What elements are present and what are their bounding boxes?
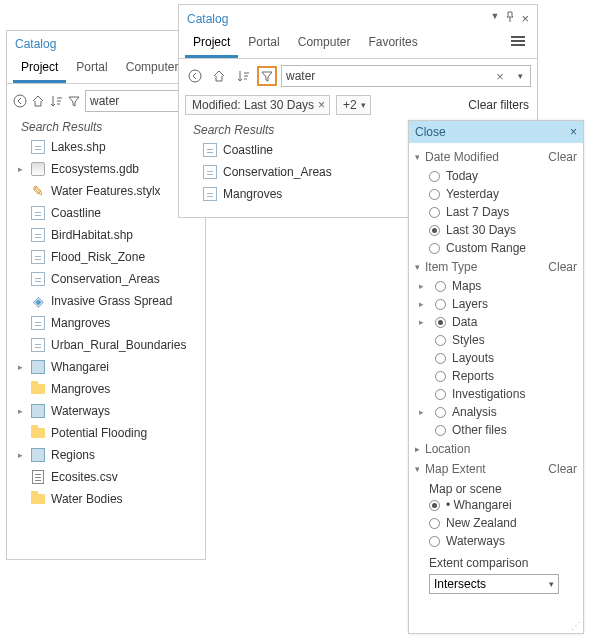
result-item[interactable]: Ecosites.csv: [13, 466, 199, 488]
type-option[interactable]: ▸Data: [415, 313, 577, 331]
result-item[interactable]: Lakes.shp: [13, 136, 199, 158]
result-item[interactable]: Urban_Rural_Boundaries: [13, 334, 199, 356]
result-item[interactable]: Mangroves: [13, 378, 199, 400]
result-item[interactable]: ✎Water Features.stylx: [13, 180, 199, 202]
result-item[interactable]: ▸Waterways: [13, 400, 199, 422]
search-dropdown-icon[interactable]: ▾: [510, 66, 530, 86]
date-option[interactable]: Yesterday: [415, 185, 577, 203]
extent-comparison-select[interactable]: Intersects ▾: [429, 574, 559, 594]
section-map-extent[interactable]: ▾ Map Extent Clear: [415, 459, 577, 479]
resize-grip-icon[interactable]: ⋰: [571, 620, 581, 631]
type-option[interactable]: ▸Analysis: [415, 403, 577, 421]
back-icon[interactable]: [13, 91, 27, 111]
item-icon: [29, 271, 47, 287]
search-input[interactable]: [282, 69, 490, 83]
home-icon[interactable]: [209, 66, 229, 86]
type-option[interactable]: Layouts: [415, 349, 577, 367]
menu-icon[interactable]: [511, 30, 531, 58]
tab-computer[interactable]: Computer: [290, 30, 359, 58]
radio-icon: [435, 317, 446, 328]
extent-option[interactable]: • Whangarei: [415, 496, 577, 514]
tab-project[interactable]: Project: [185, 30, 238, 58]
close-label[interactable]: Close: [415, 125, 446, 139]
expand-icon[interactable]: ▸: [15, 164, 25, 174]
chevron-down-icon: ▾: [415, 262, 425, 272]
result-item[interactable]: ◈Invasive Grass Spread: [13, 290, 199, 312]
close-icon[interactable]: ×: [570, 125, 577, 139]
item-icon: [201, 186, 219, 202]
date-option[interactable]: Last 7 Days: [415, 203, 577, 221]
option-label: Maps: [452, 279, 481, 293]
result-item[interactable]: ▸Whangarei: [13, 356, 199, 378]
tab-favorites[interactable]: Favorites: [360, 30, 425, 58]
item-icon: [29, 249, 47, 265]
svg-point-1: [189, 70, 201, 82]
clear-link[interactable]: Clear: [548, 462, 577, 476]
result-item[interactable]: ▸Regions: [13, 444, 199, 466]
pin-icon[interactable]: [505, 11, 515, 26]
item-label: Ecosystems.gdb: [51, 162, 139, 176]
item-icon: [29, 425, 47, 441]
result-item[interactable]: Conservation_Areas: [13, 268, 199, 290]
chevron-right-icon: ▸: [419, 317, 429, 327]
section-date-modified[interactable]: ▾ Date Modified Clear: [415, 147, 577, 167]
type-option[interactable]: ▸Maps: [415, 277, 577, 295]
expand-icon[interactable]: ▸: [15, 450, 25, 460]
expand-icon[interactable]: ▸: [15, 406, 25, 416]
extent-option[interactable]: New Zealand: [415, 514, 577, 532]
map-scene-label: Map or scene: [415, 479, 577, 496]
section-item-type[interactable]: ▾ Item Type Clear: [415, 257, 577, 277]
expand-icon[interactable]: ▸: [15, 362, 25, 372]
select-value: Intersects: [434, 577, 486, 591]
chevron-down-icon: ▾: [549, 579, 554, 589]
item-icon: ◈: [29, 293, 47, 309]
date-option[interactable]: Today: [415, 167, 577, 185]
radio-icon: [435, 407, 446, 418]
filter-icon[interactable]: [257, 66, 277, 86]
type-option[interactable]: Reports: [415, 367, 577, 385]
result-item[interactable]: Flood_Risk_Zone: [13, 246, 199, 268]
extent-options: • WhangareiNew ZealandWaterways: [415, 496, 577, 550]
extent-option[interactable]: Waterways: [415, 532, 577, 550]
result-item[interactable]: BirdHabitat.shp: [13, 224, 199, 246]
clear-search-icon[interactable]: ×: [490, 66, 510, 86]
clear-link[interactable]: Clear: [548, 150, 577, 164]
result-item[interactable]: Potential Flooding: [13, 422, 199, 444]
type-option[interactable]: Other files: [415, 421, 577, 439]
window-controls: ▼ ×: [490, 11, 529, 26]
type-option[interactable]: ▸Layers: [415, 295, 577, 313]
tab-portal[interactable]: Portal: [68, 55, 115, 83]
date-option[interactable]: Custom Range: [415, 239, 577, 257]
option-label: Today: [446, 169, 478, 183]
result-item[interactable]: Mangroves: [13, 312, 199, 334]
filter-icon[interactable]: [67, 91, 81, 111]
tab-computer[interactable]: Computer: [118, 55, 187, 83]
item-label: Regions: [51, 448, 95, 462]
radio-icon: [429, 518, 440, 529]
close-icon[interactable]: ×: [521, 11, 529, 26]
results-heading: Search Results: [7, 116, 205, 136]
result-item[interactable]: ▸Ecosystems.gdb: [13, 158, 199, 180]
tab-portal[interactable]: Portal: [240, 30, 287, 58]
home-icon[interactable]: [31, 91, 45, 111]
radio-icon: [435, 353, 446, 364]
item-label: Ecosites.csv: [51, 470, 118, 484]
sort-icon[interactable]: [49, 91, 63, 111]
date-option[interactable]: Last 30 Days: [415, 221, 577, 239]
tab-project[interactable]: Project: [13, 55, 66, 83]
clear-link[interactable]: Clear: [548, 260, 577, 274]
filter-chip-modified[interactable]: Modified: Last 30 Days ×: [185, 95, 330, 115]
item-icon: [29, 315, 47, 331]
type-option[interactable]: Investigations: [415, 385, 577, 403]
chip-remove-icon[interactable]: ×: [318, 98, 325, 112]
dropdown-icon[interactable]: ▼: [490, 11, 499, 26]
clear-filters-link[interactable]: Clear filters: [468, 98, 531, 112]
section-location[interactable]: ▸ Location: [415, 439, 577, 459]
section-title: Date Modified: [425, 150, 499, 164]
result-item[interactable]: Coastline: [13, 202, 199, 224]
back-icon[interactable]: [185, 66, 205, 86]
filter-chip-more[interactable]: +2 ▾: [336, 95, 371, 115]
sort-icon[interactable]: [233, 66, 253, 86]
type-option[interactable]: Styles: [415, 331, 577, 349]
result-item[interactable]: Water Bodies: [13, 488, 199, 510]
